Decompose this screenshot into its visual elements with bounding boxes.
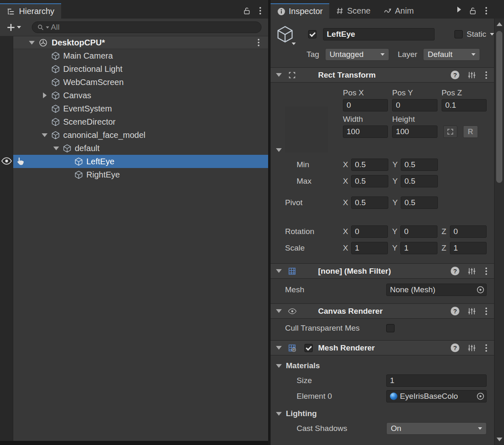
tab-scene[interactable]: Scene (329, 3, 377, 19)
tab-hierarchy[interactable]: Hierarchy (0, 3, 61, 19)
anchor-presets-button[interactable] (285, 107, 328, 153)
foldout-icon[interactable] (276, 309, 282, 313)
search-input[interactable] (51, 23, 256, 32)
presets-icon[interactable] (468, 71, 476, 79)
scrollbar-thumb[interactable] (496, 31, 502, 183)
hierarchy-item-label: default (75, 144, 100, 153)
anchor-min-x-input[interactable] (351, 159, 388, 171)
gameobject-icon (51, 78, 60, 87)
anchor-max-y-input[interactable] (401, 175, 438, 187)
hierarchy-item-default[interactable]: default (13, 142, 268, 155)
height-input[interactable] (392, 125, 437, 138)
foldout-icon[interactable] (276, 346, 282, 350)
element0-object-field[interactable]: EyeIrisBaseColo (386, 390, 487, 402)
component-menu-icon[interactable] (484, 306, 488, 316)
tag-dropdown[interactable]: Untagged (325, 48, 389, 61)
anchor-min-y-input[interactable] (401, 159, 438, 171)
static-toggle[interactable]: Static (440, 30, 494, 39)
tab-inspector[interactable]: Inspector (271, 3, 329, 19)
tab-anim[interactable]: Anim (377, 3, 421, 19)
pos-z-input[interactable] (442, 99, 487, 111)
foldout-icon[interactable] (51, 147, 61, 150)
width-input[interactable] (343, 125, 388, 138)
scale-x-input[interactable] (351, 242, 388, 254)
panel-menu-icon[interactable] (258, 6, 262, 16)
foldout-icon[interactable] (40, 133, 50, 137)
foldout-icon[interactable] (29, 41, 39, 45)
help-icon[interactable]: ? (451, 343, 459, 352)
object-name-input[interactable] (323, 28, 435, 40)
help-icon[interactable]: ? (451, 71, 459, 79)
search-box[interactable] (32, 21, 262, 33)
inspector-scrollbar[interactable] (494, 19, 504, 445)
help-icon[interactable]: ? (451, 267, 459, 275)
materials-size-input[interactable] (386, 374, 487, 387)
gameobject-icon-button[interactable] (276, 25, 294, 43)
cast-shadows-label: Cast Shadows (297, 424, 386, 433)
lock-icon[interactable] (243, 7, 251, 15)
hierarchy-item-webcamscreen[interactable]: WebCamScreen (13, 76, 268, 89)
cull-transparent-mesh-checkbox[interactable] (386, 324, 395, 332)
pick-hand-icon[interactable] (16, 156, 25, 166)
scroll-down-arrow-icon[interactable] (497, 438, 502, 441)
cast-shadows-dropdown[interactable]: On (386, 422, 487, 435)
blueprint-mode-button[interactable] (443, 125, 457, 138)
hierarchy-item-directional-light[interactable]: Directional Light (13, 62, 268, 76)
layer-dropdown[interactable]: Default (423, 48, 480, 61)
mesh-renderer-enabled-checkbox[interactable] (304, 344, 313, 352)
scale-y-input[interactable] (400, 242, 437, 254)
x-axis-label: X (343, 177, 351, 186)
hierarchy-item-canonical-face-model[interactable]: canonical_face_model (13, 128, 268, 142)
scene-header-row[interactable]: DesktopCPU* (13, 36, 268, 49)
raw-edit-mode-button[interactable]: R (463, 125, 478, 138)
pivot-y-input[interactable] (401, 196, 438, 209)
presets-icon[interactable] (468, 267, 476, 275)
presets-icon[interactable] (468, 307, 476, 315)
hierarchy-item-eventsystem[interactable]: EventSystem (13, 102, 268, 115)
rotation-y-input[interactable] (400, 225, 437, 238)
mesh-renderer-header[interactable]: Mesh Renderer ? (271, 340, 494, 355)
object-picker-icon[interactable] (476, 285, 485, 294)
scene-menu-icon[interactable] (257, 38, 261, 47)
canvas-renderer-body: Cull Transparent Mes (271, 324, 494, 340)
component-title: Mesh Renderer (318, 343, 375, 353)
hierarchy-item-lefteye[interactable]: LeftEye (13, 155, 268, 168)
mesh-filter-header[interactable]: [none] (Mesh Filter) ? (271, 263, 494, 279)
add-object-button[interactable] (7, 24, 21, 31)
component-menu-icon[interactable] (484, 266, 488, 276)
panel-menu-icon[interactable] (484, 6, 488, 16)
chevron-down-icon (490, 33, 494, 36)
static-checkbox[interactable] (454, 30, 463, 38)
hierarchy-item-canvas[interactable]: Canvas (13, 89, 268, 102)
foldout-icon[interactable] (276, 73, 282, 77)
rect-transform-header[interactable]: Rect Transform ? (271, 67, 494, 83)
scale-z-input[interactable] (450, 242, 487, 254)
more-tabs-icon[interactable] (457, 7, 461, 12)
canvas-renderer-header[interactable]: Canvas Renderer ? (271, 303, 494, 319)
scene-visibility-eye-icon[interactable] (1, 157, 12, 165)
hierarchy-item-righteye[interactable]: RightEye (13, 168, 268, 181)
lighting-foldout[interactable]: Lighting (271, 408, 494, 419)
rotation-x-input[interactable] (351, 225, 388, 238)
pos-y-input[interactable] (392, 99, 437, 111)
pivot-x-input[interactable] (351, 196, 388, 209)
component-menu-icon[interactable] (484, 343, 488, 353)
scroll-up-arrow-icon[interactable] (497, 22, 502, 26)
object-picker-icon[interactable] (476, 392, 485, 401)
gameobject-icon (74, 157, 83, 166)
mesh-object-field[interactable]: None (Mesh) (386, 284, 487, 296)
presets-icon[interactable] (468, 344, 476, 352)
lock-icon[interactable] (469, 7, 477, 15)
hierarchy-item-main-camera[interactable]: Main Camera (13, 49, 268, 62)
foldout-icon[interactable] (40, 92, 50, 98)
rotation-z-input[interactable] (450, 225, 487, 238)
active-checkbox[interactable] (308, 30, 316, 38)
materials-foldout[interactable]: Materials (271, 360, 494, 371)
help-icon[interactable]: ? (451, 307, 459, 315)
hierarchy-item-scenedirector[interactable]: SceneDirector (13, 115, 268, 128)
anchor-max-x-input[interactable] (351, 175, 388, 187)
foldout-icon[interactable] (276, 269, 282, 273)
pos-x-input[interactable] (343, 99, 388, 111)
component-menu-icon[interactable] (484, 70, 488, 80)
gameobject-icon (74, 170, 83, 179)
